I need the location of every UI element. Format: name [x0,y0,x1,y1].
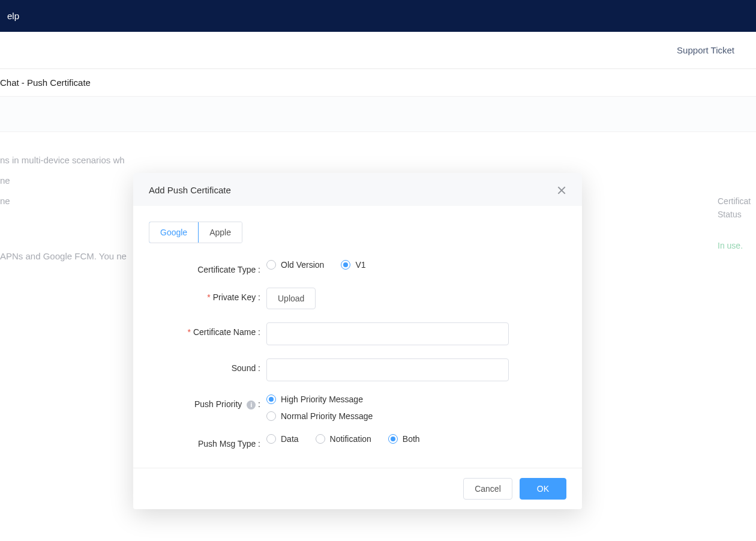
radio-dot-icon [266,260,276,270]
radio-data[interactable]: Data [266,434,299,444]
label-push-msg-type: Push Msg Type : [149,434,266,449]
radio-dot-icon [266,434,276,444]
label-push-priority: Push Priority i : [149,394,266,410]
row-sound: Sound : [149,358,566,381]
modal-title: Add Push Certificate [149,185,231,195]
label-certificate-name: *Certificate Name : [149,322,266,337]
radio-high-priority[interactable]: High Priority Message [266,394,373,404]
modal-header: Add Push Certificate [133,173,582,206]
radio-notification[interactable]: Notification [316,434,371,444]
tab-apple[interactable]: Apple [198,222,242,243]
row-certificate-name: *Certificate Name : [149,322,566,345]
radio-v1[interactable]: V1 [341,260,365,270]
cancel-button[interactable]: Cancel [463,478,512,500]
vendor-tabs: Google Apple [149,222,242,243]
label-private-key: *Private Key : [149,288,266,302]
radio-dot-icon [388,434,398,444]
modal-overlay: Add Push Certificate Google Apple Certif… [0,0,756,541]
modal-footer: Cancel OK [133,468,582,509]
label-sound: Sound : [149,358,266,373]
sound-input[interactable] [266,358,509,381]
row-private-key: *Private Key : Upload [149,288,566,309]
radio-both[interactable]: Both [388,434,420,444]
radio-old-version[interactable]: Old Version [266,260,324,270]
radio-dot-icon [316,434,325,444]
ok-button[interactable]: OK [520,478,566,500]
upload-button[interactable]: Upload [266,288,316,309]
row-certificate-type: Certificate Type : Old Version V1 [149,260,566,274]
close-icon[interactable] [557,186,566,195]
row-push-msg-type: Push Msg Type : Data Notification Both [149,434,566,449]
radio-dot-icon [341,260,350,270]
info-icon: i [247,400,256,410]
push-msg-type-options: Data Notification Both [266,434,566,444]
radio-dot-icon [266,411,276,421]
certificate-type-options: Old Version V1 [266,260,566,270]
radio-dot-icon [266,394,276,404]
add-push-certificate-modal: Add Push Certificate Google Apple Certif… [133,173,582,509]
certificate-name-input[interactable] [266,322,509,345]
radio-normal-priority[interactable]: Normal Priority Message [266,411,373,421]
label-certificate-type: Certificate Type : [149,260,266,274]
modal-body: Google Apple Certificate Type : Old Vers… [133,206,582,468]
tab-google[interactable]: Google [149,222,199,243]
row-push-priority: Push Priority i : High Priority Message … [149,394,566,421]
